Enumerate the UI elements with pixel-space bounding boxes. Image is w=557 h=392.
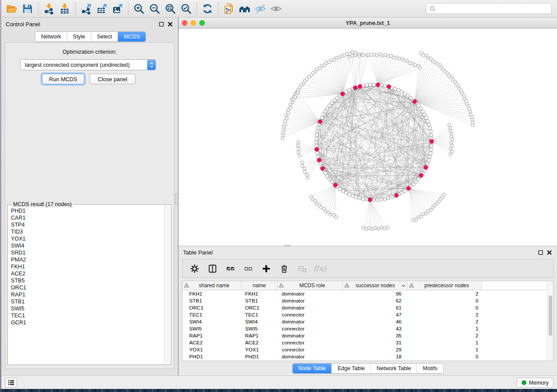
network-node[interactable] bbox=[430, 144, 433, 148]
network-node[interactable] bbox=[315, 202, 318, 205]
zoom-out-button[interactable] bbox=[147, 2, 163, 16]
network-node[interactable] bbox=[314, 199, 317, 202]
network-node[interactable] bbox=[450, 150, 453, 153]
tab-motifs[interactable]: Motifs bbox=[417, 364, 443, 373]
network-node[interactable] bbox=[429, 133, 433, 137]
network-node[interactable] bbox=[354, 196, 358, 199]
network-node[interactable] bbox=[329, 213, 332, 216]
close-panel-icon[interactable] bbox=[167, 21, 173, 27]
network-node[interactable] bbox=[383, 227, 386, 230]
network-node[interactable] bbox=[297, 151, 300, 154]
mcds-list-scrollbar[interactable] bbox=[164, 206, 170, 364]
mcds-hub-node[interactable] bbox=[394, 193, 398, 197]
network-node[interactable] bbox=[387, 196, 390, 200]
mcds-result-item[interactable]: RAP1 bbox=[11, 291, 164, 298]
hide-selected-button[interactable] bbox=[253, 2, 268, 16]
network-node[interactable] bbox=[281, 131, 284, 134]
network-node[interactable] bbox=[383, 84, 387, 87]
mcds-result-item[interactable]: TID3 bbox=[11, 228, 164, 235]
tab-node-table[interactable]: Node Table bbox=[293, 364, 332, 373]
network-node[interactable] bbox=[322, 113, 325, 116]
tab-network-table[interactable]: Network Table bbox=[371, 364, 417, 373]
mcds-hub-node[interactable] bbox=[413, 100, 417, 103]
network-node[interactable] bbox=[429, 130, 432, 133]
zoom-in-button[interactable] bbox=[131, 2, 147, 16]
network-node[interactable] bbox=[362, 226, 365, 229]
close-table-panel-icon[interactable] bbox=[547, 250, 552, 255]
mcds-result-item[interactable]: PHD1 bbox=[11, 207, 164, 214]
network-node[interactable] bbox=[365, 227, 368, 230]
mcds-hub-node[interactable] bbox=[353, 86, 357, 90]
network-node[interactable] bbox=[319, 206, 322, 209]
network-node[interactable] bbox=[450, 141, 453, 144]
network-node[interactable] bbox=[316, 155, 320, 158]
network-node[interactable] bbox=[338, 56, 341, 59]
table-scrollbar-thumb[interactable] bbox=[549, 296, 552, 336]
mcds-hub-node[interactable] bbox=[387, 85, 391, 89]
network-node[interactable] bbox=[380, 226, 383, 229]
network-node[interactable] bbox=[386, 226, 389, 229]
network-node[interactable] bbox=[350, 54, 353, 57]
mcds-hub-node[interactable] bbox=[321, 166, 325, 170]
table-row[interactable]: SWI4SWI4dominator462 bbox=[183, 318, 547, 325]
network-node[interactable] bbox=[335, 216, 338, 219]
network-node[interactable] bbox=[315, 130, 319, 133]
vertical-splitter-grip[interactable] bbox=[175, 193, 178, 205]
table-row[interactable]: PHD1PHD1dominator180 bbox=[183, 353, 547, 360]
network-node[interactable] bbox=[318, 67, 321, 70]
network-node[interactable] bbox=[423, 113, 426, 116]
network-node[interactable] bbox=[420, 52, 423, 55]
delete-columns-button[interactable] bbox=[278, 263, 290, 274]
network-node[interactable] bbox=[298, 154, 301, 157]
mcds-result-item[interactable]: ACE2 bbox=[11, 270, 164, 277]
export-image-button[interactable] bbox=[110, 2, 125, 16]
network-node[interactable] bbox=[354, 54, 357, 57]
export-table-button[interactable] bbox=[94, 2, 110, 16]
network-node[interactable] bbox=[371, 227, 374, 230]
mcds-result-item[interactable]: CAR1 bbox=[11, 214, 164, 221]
mcds-result-item[interactable]: SWI5 bbox=[11, 305, 164, 312]
network-node[interactable] bbox=[362, 54, 365, 57]
network-node[interactable] bbox=[403, 92, 407, 96]
network-canvas[interactable] bbox=[179, 29, 557, 245]
network-node[interactable] bbox=[369, 83, 372, 86]
network-node[interactable] bbox=[397, 89, 400, 92]
column-header-shared-name[interactable]: shared name bbox=[183, 281, 242, 290]
table-scrollbar[interactable] bbox=[547, 281, 553, 361]
network-node[interactable] bbox=[429, 151, 432, 155]
network-node[interactable] bbox=[323, 64, 326, 67]
network-node[interactable] bbox=[344, 90, 348, 93]
network-node[interactable] bbox=[372, 198, 376, 202]
table-row[interactable]: RAP1RAP1dominator352 bbox=[183, 332, 547, 339]
deselect-all-rows-button[interactable] bbox=[242, 263, 254, 274]
zoom-fit-button[interactable] bbox=[163, 2, 178, 16]
network-node[interactable] bbox=[341, 189, 345, 193]
import-network-button[interactable] bbox=[41, 2, 57, 16]
table-row[interactable]: YOX1YOX1connector291 bbox=[183, 346, 547, 353]
network-node[interactable] bbox=[395, 56, 398, 59]
network-node[interactable] bbox=[289, 103, 292, 106]
mcds-result-item[interactable]: STB1 bbox=[11, 298, 164, 305]
network-node[interactable] bbox=[378, 53, 381, 56]
network-node[interactable] bbox=[365, 83, 368, 87]
network-node[interactable] bbox=[443, 193, 446, 196]
table-row[interactable]: STB1STB1dominator620 bbox=[183, 297, 547, 304]
network-node[interactable] bbox=[401, 57, 404, 60]
mcds-hub-node[interactable] bbox=[368, 198, 372, 202]
table-row[interactable]: FKH1FKH1dominator962 bbox=[183, 290, 547, 297]
network-node[interactable] bbox=[315, 133, 318, 137]
network-node[interactable] bbox=[426, 119, 429, 123]
network-node[interactable] bbox=[450, 144, 453, 147]
optimization-criterion-dropdown[interactable]: largest connected component (undirected) bbox=[20, 59, 156, 70]
network-node[interactable] bbox=[315, 137, 318, 141]
table-row[interactable]: SWI5SWI5connector431 bbox=[183, 325, 547, 332]
save-session-button[interactable] bbox=[20, 2, 35, 16]
network-node[interactable] bbox=[303, 167, 306, 170]
mcds-result-item[interactable]: ORC1 bbox=[11, 284, 164, 291]
table-row[interactable]: ACE2ACE2connector311 bbox=[183, 339, 547, 346]
network-node[interactable] bbox=[297, 147, 300, 150]
create-column-button[interactable] bbox=[260, 263, 272, 274]
network-node[interactable] bbox=[372, 83, 376, 86]
mcds-result-item[interactable]: SRD1 bbox=[11, 249, 164, 256]
mcds-hub-node[interactable] bbox=[358, 84, 362, 88]
